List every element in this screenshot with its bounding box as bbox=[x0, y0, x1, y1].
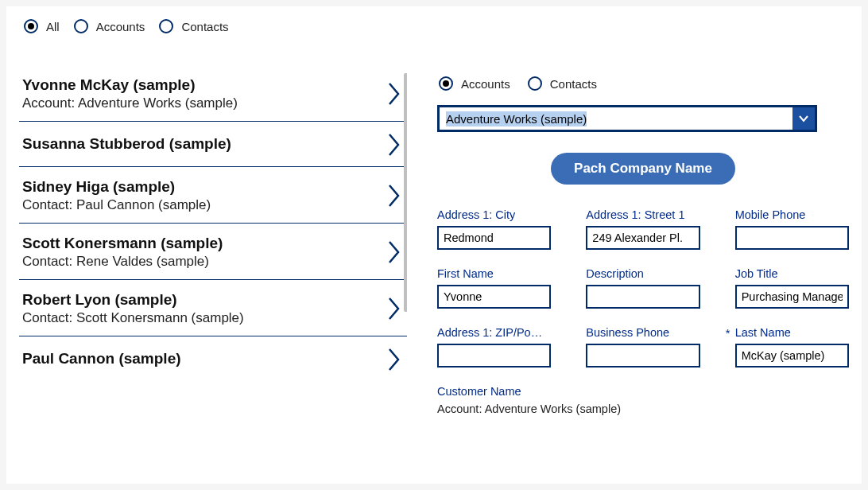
list-item[interactable]: Susanna Stubberod (sample) bbox=[19, 122, 407, 167]
list-item-title: Sidney Higa (sample) bbox=[22, 178, 211, 196]
filter-all-label: All bbox=[46, 20, 60, 33]
detail-filter-accounts-label: Accounts bbox=[461, 77, 510, 91]
chevron-right-icon bbox=[388, 297, 401, 321]
field-label: First Name bbox=[437, 267, 551, 280]
chevron-right-icon bbox=[388, 240, 401, 264]
radio-icon bbox=[159, 19, 173, 33]
field-label: Address 1: Street 1 bbox=[586, 208, 699, 221]
chevron-right-icon bbox=[388, 348, 401, 371]
field-label: Address 1: City bbox=[437, 208, 551, 221]
list-item[interactable]: Yvonne McKay (sample) Account: Adventure… bbox=[19, 73, 407, 122]
field-last-name: * Last Name bbox=[735, 326, 849, 368]
first-name-input[interactable] bbox=[437, 285, 551, 309]
scrollbar[interactable] bbox=[404, 73, 407, 312]
field-address-zip: Address 1: ZIP/Po… bbox=[437, 326, 551, 368]
fields-grid: Address 1: City Address 1: Street 1 Mobi… bbox=[437, 208, 849, 368]
dropdown-value: Adventure Works (sample) bbox=[440, 107, 792, 130]
radio-icon bbox=[24, 19, 38, 33]
customer-name-block: Customer Name Account: Adventure Works (… bbox=[437, 385, 849, 415]
address-street-input[interactable] bbox=[586, 226, 699, 250]
list-item-text: Sidney Higa (sample) Contact: Paul Canno… bbox=[22, 178, 211, 213]
top-filter: All Accounts Contacts bbox=[19, 16, 849, 33]
list-item-text: Robert Lyon (sample) Contact: Scott Kone… bbox=[22, 291, 244, 326]
list-item[interactable]: Robert Lyon (sample) Contact: Scott Kone… bbox=[19, 280, 407, 336]
main-area: Yvonne McKay (sample) Account: Adventure… bbox=[19, 73, 849, 484]
filter-accounts[interactable]: Accounts bbox=[74, 19, 145, 33]
chevron-right-icon bbox=[388, 133, 401, 157]
list-item-sub: Account: Adventure Works (sample) bbox=[22, 95, 238, 111]
list-item-text: Paul Cannon (sample) bbox=[22, 350, 181, 369]
detail-filter-contacts-label: Contacts bbox=[550, 77, 597, 91]
list-item-text: Yvonne McKay (sample) Account: Adventure… bbox=[22, 76, 238, 111]
detail-pane: Accounts Contacts Adventure Works (sampl… bbox=[407, 73, 849, 484]
field-label: Address 1: ZIP/Po… bbox=[437, 326, 551, 339]
last-name-input[interactable] bbox=[735, 344, 849, 368]
filter-accounts-label: Accounts bbox=[96, 20, 145, 33]
field-job-title: Job Title bbox=[735, 267, 849, 309]
detail-filter-accounts[interactable]: Accounts bbox=[439, 76, 510, 91]
field-first-name: First Name bbox=[437, 267, 551, 309]
field-business-phone: Business Phone bbox=[586, 326, 699, 368]
list-item-title: Susanna Stubberod (sample) bbox=[22, 135, 231, 153]
chevron-right-icon bbox=[388, 82, 401, 106]
chevron-right-icon bbox=[388, 184, 401, 208]
list-item-text: Scott Konersmann (sample) Contact: Rene … bbox=[22, 235, 223, 270]
description-input[interactable] bbox=[586, 285, 699, 309]
detail-filter: Accounts Contacts bbox=[437, 76, 849, 91]
list-item[interactable]: Scott Konersmann (sample) Contact: Rene … bbox=[19, 224, 407, 280]
list-item[interactable]: Sidney Higa (sample) Contact: Paul Canno… bbox=[19, 167, 407, 224]
radio-icon bbox=[74, 19, 88, 33]
field-label: Mobile Phone bbox=[735, 208, 849, 221]
list-item[interactable]: Paul Cannon (sample) bbox=[19, 336, 407, 381]
radio-icon bbox=[439, 76, 453, 91]
address-zip-input[interactable] bbox=[437, 344, 551, 368]
list-item-title: Paul Cannon (sample) bbox=[22, 350, 181, 368]
chevron-down-icon bbox=[792, 107, 815, 130]
patch-company-button[interactable]: Pach Company Name bbox=[551, 153, 735, 185]
job-title-input[interactable] bbox=[735, 285, 849, 309]
app-frame: All Accounts Contacts Yvonne McKay (samp… bbox=[6, 6, 862, 484]
filter-all[interactable]: All bbox=[24, 19, 60, 33]
list-item-text: Susanna Stubberod (sample) bbox=[22, 135, 231, 154]
required-star-icon: * bbox=[726, 326, 730, 340]
customer-name-label: Customer Name bbox=[437, 385, 849, 398]
field-address-city: Address 1: City bbox=[437, 208, 551, 250]
business-phone-input[interactable] bbox=[586, 344, 699, 368]
field-label: Job Title bbox=[735, 267, 849, 280]
list-item-title: Robert Lyon (sample) bbox=[22, 291, 244, 309]
field-label: Business Phone bbox=[586, 326, 699, 339]
list-item-title: Yvonne McKay (sample) bbox=[22, 76, 238, 94]
results-list[interactable]: Yvonne McKay (sample) Account: Adventure… bbox=[19, 73, 407, 484]
address-city-input[interactable] bbox=[437, 226, 551, 250]
account-dropdown[interactable]: Adventure Works (sample) bbox=[437, 105, 817, 132]
radio-icon bbox=[528, 76, 542, 91]
mobile-phone-input[interactable] bbox=[735, 226, 849, 250]
customer-name-value: Account: Adventure Works (sample) bbox=[437, 402, 849, 415]
list-item-sub: Contact: Rene Valdes (sample) bbox=[22, 254, 223, 270]
field-label: Description bbox=[586, 267, 699, 280]
field-description: Description bbox=[586, 267, 699, 309]
filter-contacts-label: Contacts bbox=[181, 20, 228, 33]
filter-contacts[interactable]: Contacts bbox=[159, 19, 228, 33]
list-item-sub: Contact: Paul Cannon (sample) bbox=[22, 197, 211, 213]
field-address-street: Address 1: Street 1 bbox=[586, 208, 699, 250]
detail-filter-contacts[interactable]: Contacts bbox=[528, 76, 597, 91]
field-label: Last Name bbox=[735, 326, 849, 339]
list-item-sub: Contact: Scott Konersmann (sample) bbox=[22, 310, 244, 326]
results-pane: Yvonne McKay (sample) Account: Adventure… bbox=[19, 73, 407, 484]
field-mobile-phone: Mobile Phone bbox=[735, 208, 849, 250]
list-item-title: Scott Konersmann (sample) bbox=[22, 235, 223, 252]
